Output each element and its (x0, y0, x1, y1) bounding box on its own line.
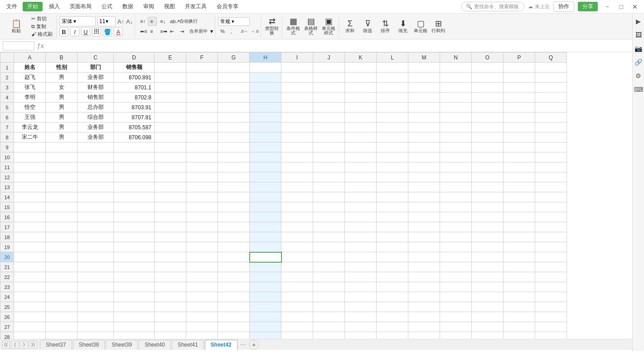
font-increase-btn[interactable]: A↑ (117, 18, 124, 25)
cell-C14[interactable] (77, 192, 114, 202)
cell-A9[interactable] (14, 142, 46, 152)
cell-M4[interactable] (408, 93, 440, 103)
cell-I9[interactable] (281, 142, 313, 152)
cell-J5[interactable] (313, 103, 345, 113)
cell-H7[interactable] (250, 122, 281, 132)
cell-J8[interactable] (313, 132, 345, 142)
cell-O21[interactable] (472, 262, 504, 272)
cell-G14[interactable] (218, 192, 250, 202)
cell-K21[interactable] (345, 262, 377, 272)
row-num-13[interactable]: 13 (0, 182, 14, 192)
cell-D6[interactable]: 8707.81 (114, 113, 155, 122)
cell-F17[interactable] (186, 222, 218, 232)
cell-C28[interactable] (77, 332, 114, 339)
cell-O4[interactable] (472, 93, 504, 103)
cell-M6[interactable] (408, 113, 440, 122)
cell-J18[interactable] (313, 232, 345, 242)
cell-F25[interactable] (186, 302, 218, 312)
cell-J3[interactable] (313, 83, 345, 93)
cell-J13[interactable] (313, 182, 345, 192)
cell-N20[interactable] (440, 252, 472, 262)
cell-B15[interactable] (46, 202, 77, 212)
cell-N24[interactable] (440, 292, 472, 302)
cell-Q2[interactable] (535, 73, 567, 83)
cell-H5[interactable] (250, 103, 281, 113)
align-left-btn[interactable]: ⬅≡ (138, 27, 147, 36)
cell-E26[interactable] (155, 312, 186, 322)
cell-G2[interactable] (218, 73, 250, 83)
cell-L27[interactable] (377, 322, 408, 332)
underline-button[interactable]: U (81, 27, 90, 36)
cell-O11[interactable] (472, 162, 504, 172)
cell-C24[interactable] (77, 292, 114, 302)
col-header-a[interactable]: A (14, 53, 46, 63)
cell-B5[interactable]: 男 (46, 103, 77, 113)
cell-L7[interactable] (377, 122, 408, 132)
sheet-tab-sheet42[interactable]: Sheet42 (205, 340, 237, 350)
cell-Q3[interactable] (535, 83, 567, 93)
cell-H19[interactable] (250, 242, 281, 252)
cell-K15[interactable] (345, 202, 377, 212)
cell-I19[interactable] (281, 242, 313, 252)
cell-J10[interactable] (313, 152, 345, 162)
cell-M1[interactable] (408, 63, 440, 73)
cell-D23[interactable] (114, 282, 155, 292)
cell-N18[interactable] (440, 232, 472, 242)
cell-J16[interactable] (313, 212, 345, 222)
cell-G6[interactable] (218, 113, 250, 122)
cell-H23[interactable] (250, 282, 281, 292)
cell-O27[interactable] (472, 322, 504, 332)
start-button[interactable]: 开始 (23, 2, 43, 11)
cell-B10[interactable] (46, 152, 77, 162)
cell-A28[interactable] (14, 332, 46, 339)
cell-K2[interactable] (345, 73, 377, 83)
cell-B16[interactable] (46, 212, 77, 222)
cell-G10[interactable] (218, 152, 250, 162)
cell-A8[interactable]: 宋二牛 (14, 132, 46, 142)
decimal-increase-btn[interactable]: .0→ (238, 27, 248, 36)
cell-O1[interactable] (472, 63, 504, 73)
cell-H14[interactable] (250, 192, 281, 202)
sidebar-settings-icon[interactable]: ⚙ (634, 71, 644, 81)
cell-D9[interactable] (114, 142, 155, 152)
cell-J11[interactable] (313, 162, 345, 172)
cell-N8[interactable] (440, 132, 472, 142)
cell-K28[interactable] (345, 332, 377, 339)
cell-Q15[interactable] (535, 202, 567, 212)
cell-F5[interactable] (186, 103, 218, 113)
cell-N3[interactable] (440, 83, 472, 93)
cell-C8[interactable]: 业务部 (77, 132, 114, 142)
row-num-27[interactable]: 27 (0, 322, 14, 332)
cell-C1[interactable]: 部门 (77, 63, 114, 73)
cell-P19[interactable] (504, 242, 535, 252)
cell-G20[interactable] (218, 252, 250, 262)
sidebar-link-icon[interactable]: 🔗 (634, 57, 644, 67)
cell-E4[interactable] (155, 93, 186, 103)
cell-H16[interactable] (250, 212, 281, 222)
cell-K19[interactable] (345, 242, 377, 252)
cell-D28[interactable] (114, 332, 155, 339)
percent-btn[interactable]: % (218, 27, 227, 36)
col-header-e[interactable]: E (155, 53, 186, 63)
cell-H3[interactable] (250, 83, 281, 93)
row-num-10[interactable]: 10 (0, 152, 14, 162)
cell-P22[interactable] (504, 272, 535, 282)
cell-C23[interactable] (77, 282, 114, 292)
cell-B12[interactable] (46, 172, 77, 182)
col-header-h[interactable]: H (250, 53, 281, 63)
cell-F13[interactable] (186, 182, 218, 192)
cell-E15[interactable] (155, 202, 186, 212)
cell-P10[interactable] (504, 152, 535, 162)
cell-Q7[interactable] (535, 122, 567, 132)
cell-J12[interactable] (313, 172, 345, 182)
col-header-m[interactable]: M (408, 53, 440, 63)
col-header-g[interactable]: G (218, 53, 250, 63)
cell-J17[interactable] (313, 222, 345, 232)
cell-E28[interactable] (155, 332, 186, 339)
cell-D24[interactable] (114, 292, 155, 302)
cell-I28[interactable] (281, 332, 313, 339)
cell-A10[interactable] (14, 152, 46, 162)
cell-O18[interactable] (472, 232, 504, 242)
cell-N15[interactable] (440, 202, 472, 212)
cell-I27[interactable] (281, 322, 313, 332)
